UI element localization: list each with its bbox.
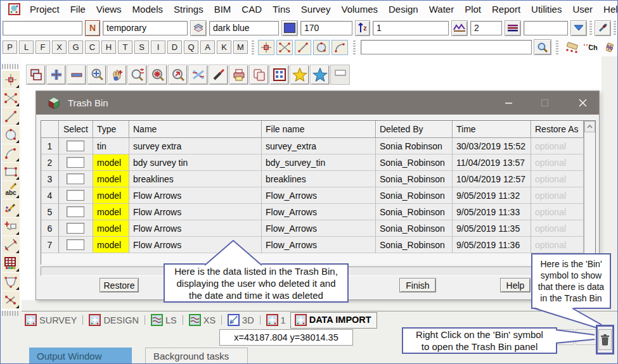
- line-create-icon[interactable]: [2, 108, 20, 125]
- header-restore-as[interactable]: Restore As: [531, 121, 584, 138]
- point-create-icon[interactable]: [2, 71, 20, 89]
- menu-strings[interactable]: Strings: [174, 4, 203, 15]
- menu-file[interactable]: File: [70, 4, 86, 15]
- fkey-k[interactable]: K: [217, 41, 231, 54]
- snap-toggle-icon[interactable]: [188, 65, 208, 85]
- segment-snap-icon[interactable]: [295, 40, 311, 55]
- menu-water[interactable]: Water: [429, 4, 454, 15]
- header-deleted-by[interactable]: Deleted By: [376, 121, 453, 138]
- dropdown-arrow-icon[interactable]: [570, 20, 587, 36]
- select-checkbox[interactable]: [67, 206, 84, 217]
- delete-points-icon[interactable]: [2, 291, 20, 309]
- fkey-d[interactable]: D: [167, 41, 182, 54]
- brush-style-icon[interactable]: [209, 65, 228, 85]
- zoom-extents-icon[interactable]: [87, 65, 106, 85]
- print-icon[interactable]: [229, 65, 248, 85]
- fkey-p[interactable]: P: [3, 41, 17, 54]
- view-tab-design[interactable]: DESIGN: [89, 314, 139, 326]
- restore-as-cell[interactable]: optional: [531, 154, 584, 171]
- menu-plot[interactable]: Plot: [465, 4, 481, 15]
- minimize-button[interactable]: [499, 96, 517, 110]
- select-checkbox[interactable]: [67, 190, 84, 201]
- polygon-create-icon[interactable]: [2, 273, 20, 291]
- circle-create-icon[interactable]: [2, 126, 20, 144]
- line-width-picker-icon[interactable]: [505, 20, 521, 36]
- menu-cad[interactable]: CAD: [241, 4, 262, 15]
- header-time[interactable]: Time: [453, 121, 531, 138]
- dialog-titlebar[interactable]: Trash Bin: [36, 91, 599, 115]
- fkey-x[interactable]: X: [52, 41, 67, 54]
- fkey-q[interactable]: Q: [184, 41, 198, 54]
- model-field[interactable]: temporary: [103, 21, 188, 35]
- finish-button[interactable]: Finish: [399, 278, 436, 292]
- extra-field[interactable]: [524, 21, 568, 35]
- grid-attributes-icon[interactable]: [2, 254, 20, 272]
- redraw-icon[interactable]: [168, 65, 188, 85]
- scroll-up-icon[interactable]: [584, 121, 595, 132]
- height-field[interactable]: 170: [300, 21, 352, 35]
- background-tasks-tab[interactable]: Background tasks: [145, 348, 248, 364]
- help-button[interactable]: Help: [500, 278, 531, 292]
- copy-view-icon[interactable]: [249, 65, 269, 85]
- restore-as-cell[interactable]: optional: [531, 220, 584, 237]
- zoom-dynamic-icon[interactable]: [127, 65, 147, 85]
- line-width-field[interactable]: 2: [470, 21, 502, 35]
- cross-lines-icon[interactable]: [2, 89, 20, 107]
- output-window-tab[interactable]: Output Window: [29, 348, 132, 364]
- model-picker-icon[interactable]: [190, 20, 207, 36]
- fkey-h[interactable]: H: [101, 41, 116, 54]
- view-tab-ls[interactable]: LS: [151, 314, 177, 326]
- select-checkbox[interactable]: [67, 173, 84, 184]
- restore-as-cell[interactable]: optional: [531, 187, 584, 204]
- view-tab-1[interactable]: 1: [266, 314, 286, 326]
- fkey-t[interactable]: T: [118, 41, 132, 54]
- menu-views[interactable]: Views: [96, 4, 122, 15]
- favorites-star-blue-icon[interactable]: [310, 65, 330, 85]
- colour-swatch-button[interactable]: [281, 20, 298, 36]
- line-snap-icon[interactable]: [276, 40, 293, 55]
- header-select[interactable]: Select: [59, 121, 93, 138]
- view-tab-3d[interactable]: 3D: [228, 314, 254, 326]
- colour-field[interactable]: dark blue: [209, 21, 279, 35]
- menu-help[interactable]: Help: [603, 4, 618, 15]
- restore-as-cell[interactable]: optional: [531, 171, 584, 187]
- pan-icon[interactable]: [107, 65, 127, 85]
- menu-user[interactable]: User: [572, 4, 593, 15]
- restore-as-cell[interactable]: optional: [531, 237, 584, 253]
- cascade-windows-icon[interactable]: [26, 65, 46, 85]
- point-plus-icon[interactable]: [2, 218, 20, 235]
- restore-as-cell[interactable]: optional: [531, 204, 584, 220]
- fkey-i[interactable]: I: [151, 41, 165, 54]
- select-checkbox[interactable]: [67, 141, 84, 151]
- fkey-s[interactable]: S: [134, 41, 149, 54]
- restore-as-cell[interactable]: optional: [531, 138, 584, 154]
- menu-volumes[interactable]: Volumes: [341, 4, 378, 15]
- zoom-center-icon[interactable]: [148, 65, 167, 85]
- menu-tins[interactable]: Tins: [273, 4, 290, 15]
- zoom-in-plus-icon[interactable]: [46, 65, 66, 85]
- header-name[interactable]: Name: [129, 121, 262, 138]
- circle-snap-icon[interactable]: [313, 40, 330, 55]
- restore-button[interactable]: Restore: [100, 278, 139, 292]
- select-checkbox[interactable]: [67, 239, 84, 250]
- fkey-g[interactable]: G: [68, 41, 83, 54]
- view-tab-data-import[interactable]: DATA IMPORT: [290, 312, 377, 329]
- table-scrollbar[interactable]: [584, 121, 595, 264]
- menu-design[interactable]: Design: [389, 4, 418, 15]
- fkey-c[interactable]: C: [85, 41, 100, 54]
- cad-name-field[interactable]: [3, 21, 82, 35]
- view-grid-icon[interactable]: [269, 65, 289, 85]
- tin-field[interactable]: 1: [373, 21, 449, 35]
- zoom-out-minus-icon[interactable]: [67, 65, 86, 85]
- menu-project[interactable]: Project: [30, 4, 60, 15]
- view-tab-survey[interactable]: SURVEY: [25, 314, 77, 326]
- menu-report[interactable]: Report: [492, 4, 520, 15]
- eyedropper-icon[interactable]: [595, 20, 611, 36]
- fkey-l[interactable]: L: [19, 41, 34, 54]
- measure-icon[interactable]: [2, 236, 20, 254]
- chainage-icon[interactable]: Ch: [582, 39, 599, 55]
- fkey-m[interactable]: M: [233, 41, 248, 54]
- tin-picker-icon[interactable]: [451, 20, 468, 36]
- ruler-measure-icon[interactable]: [563, 39, 580, 55]
- panel-toggle-icon[interactable]: [330, 65, 350, 85]
